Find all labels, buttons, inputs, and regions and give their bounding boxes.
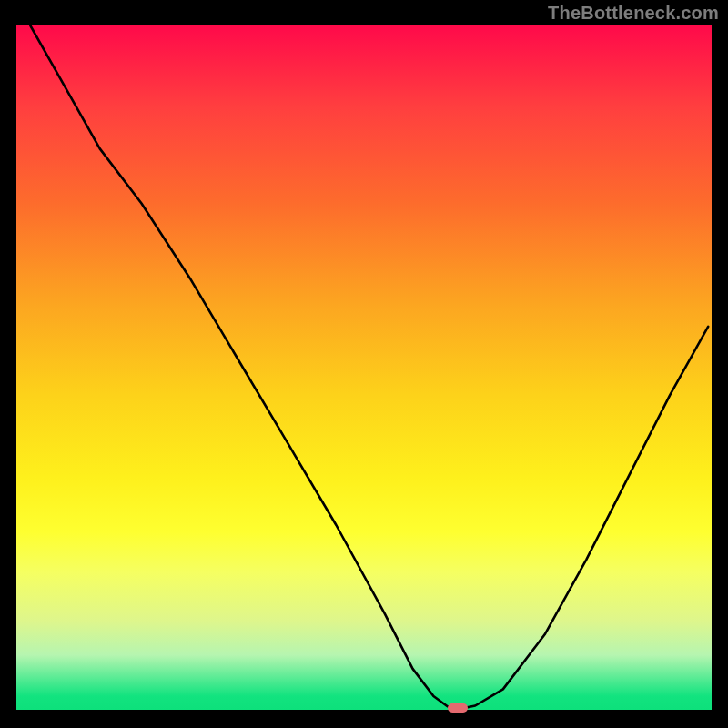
watermark-text: TheBottleneck.com [548, 3, 719, 24]
plot-area [16, 25, 712, 710]
minimum-marker [448, 703, 468, 713]
chart-frame: TheBottleneck.com [0, 0, 728, 728]
bottleneck-curve [16, 25, 712, 710]
